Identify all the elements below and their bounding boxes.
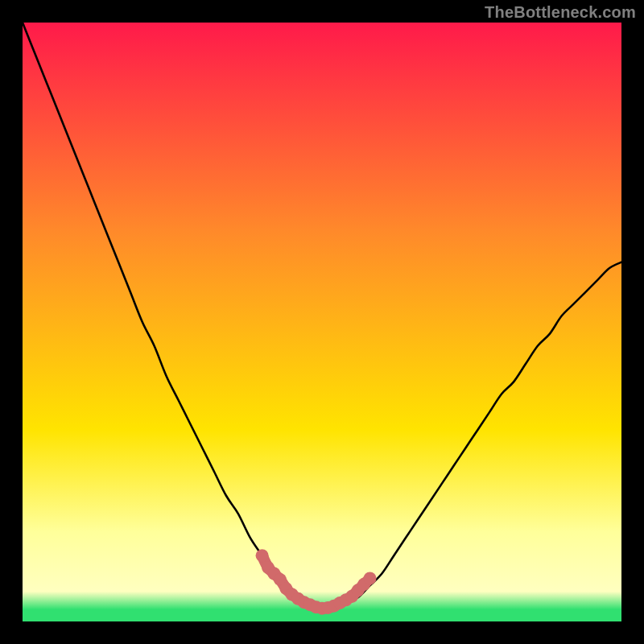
- chart-svg: [0, 0, 644, 644]
- gradient-panel: [23, 23, 621, 621]
- chart-stage: TheBottleneck.com: [0, 0, 644, 644]
- optimal-zone-dot: [256, 549, 269, 562]
- optimal-zone-dot: [364, 572, 377, 584]
- watermark-text: TheBottleneck.com: [485, 3, 636, 22]
